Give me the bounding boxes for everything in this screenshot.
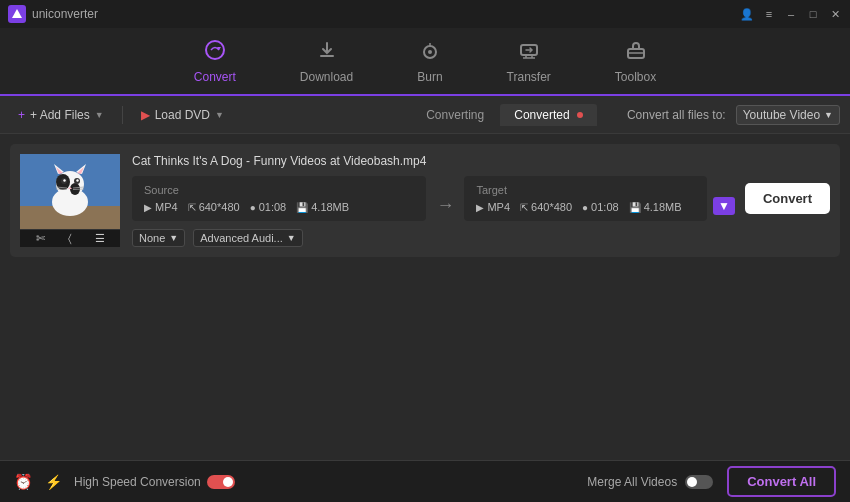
audio-select[interactable]: Advanced Audi... ▼: [193, 229, 302, 247]
app-title-label: uniconverter: [32, 7, 98, 21]
maximize-icon[interactable]: □: [806, 7, 820, 21]
sub-options-row: None ▼ Advanced Audi... ▼: [132, 229, 830, 247]
bottom-left-area: ⏰ ⚡ High Speed Conversion: [14, 473, 573, 491]
file-info: Cat Thinks It's A Dog - Funny Videos at …: [132, 154, 830, 247]
converted-dot: [577, 112, 583, 118]
toolbar-separator: [122, 106, 123, 124]
source-format-icon: ▶: [144, 202, 152, 213]
tab-converting[interactable]: Converting: [412, 104, 498, 126]
format-chevron-icon: ▼: [824, 110, 833, 120]
target-duration-icon: ●: [582, 202, 588, 213]
source-format: ▶ MP4: [144, 201, 178, 213]
bottom-bar: ⏰ ⚡ High Speed Conversion Merge All Vide…: [0, 460, 850, 502]
source-resolution: ⇱ 640*480: [188, 201, 240, 213]
svg-line-23: [56, 189, 67, 190]
target-duration: ● 01:08: [582, 201, 619, 213]
size-icon: 💾: [296, 202, 308, 213]
content-area: ✄ 〈 ☰ Cat Thinks It's A Dog - Funny Vide…: [0, 134, 850, 460]
merge-label: Merge All Videos: [587, 475, 677, 489]
converted-label: Converted: [514, 108, 569, 122]
target-size: 💾 4.18MB: [629, 201, 682, 213]
target-resolution: ⇱ 640*480: [520, 201, 572, 213]
add-files-chevron: ▼: [95, 110, 104, 120]
source-box: Source ▶ MP4 ⇱ 640*480 ● 01:08: [132, 176, 426, 221]
source-meta: ▶ MP4 ⇱ 640*480 ● 01:08 💾: [144, 201, 414, 213]
tab-converted[interactable]: Converted: [500, 104, 597, 126]
source-duration: ● 01:08: [250, 201, 287, 213]
load-dvd-label: Load DVD: [155, 108, 210, 122]
app-logo: [8, 5, 26, 23]
target-resolution-icon: ⇱: [520, 202, 528, 213]
target-label: Target: [476, 184, 695, 196]
nav-item-convert[interactable]: Convert: [186, 39, 244, 84]
audio-chevron-icon: ▼: [287, 233, 296, 243]
nav-label-toolbox: Toolbox: [615, 70, 656, 84]
thumbnail-tools: ✄ 〈 ☰: [20, 230, 120, 247]
tabs-area: Converting Converted: [412, 104, 597, 126]
file-name: Cat Thinks It's A Dog - Funny Videos at …: [132, 154, 830, 168]
user-icon[interactable]: 👤: [740, 7, 754, 21]
nav-label-convert: Convert: [194, 70, 236, 84]
nav-label-download: Download: [300, 70, 353, 84]
thumbnail-container: ✄ 〈 ☰: [20, 154, 120, 247]
target-format-icon: ▶: [476, 202, 484, 213]
nav-item-transfer[interactable]: Transfer: [499, 39, 559, 84]
nav-label-burn: Burn: [417, 70, 442, 84]
target-wrapper: Target ▶ MP4 ⇱ 640*480 ●: [464, 176, 734, 221]
target-size-icon: 💾: [629, 202, 641, 213]
title-bar: uniconverter 👤 ≡ – □ ✕: [0, 0, 850, 28]
source-to-target-arrow: →: [436, 195, 454, 216]
adjust-icon[interactable]: ☰: [95, 232, 105, 245]
subtitle-chevron-icon: ▼: [169, 233, 178, 243]
convert-all-button[interactable]: Convert All: [727, 466, 836, 497]
source-target-row: Source ▶ MP4 ⇱ 640*480 ● 01:08: [132, 176, 830, 221]
clock-icon: ⏰: [14, 473, 33, 491]
source-size: 💾 4.18MB: [296, 201, 349, 213]
load-dvd-button[interactable]: ▶ Load DVD ▼: [133, 105, 232, 125]
title-bar-controls: 👤 ≡ – □ ✕: [740, 7, 842, 21]
add-files-button[interactable]: + + Add Files ▼: [10, 105, 112, 125]
convert-all-files-label: Convert all files to:: [627, 108, 726, 122]
nav-active-underline: [185, 94, 245, 96]
merge-toggle[interactable]: [685, 475, 713, 489]
nav-item-download[interactable]: Download: [292, 39, 361, 84]
audio-value: Advanced Audi...: [200, 232, 283, 244]
convert-icon: [204, 39, 226, 66]
target-format: ▶ MP4: [476, 201, 510, 213]
nav-label-transfer: Transfer: [507, 70, 551, 84]
add-files-label: + Add Files: [30, 108, 90, 122]
high-speed-label: High Speed Conversion: [74, 475, 201, 489]
format-value: Youtube Video: [743, 108, 820, 122]
converting-label: Converting: [426, 108, 484, 122]
toolbar: + + Add Files ▼ ▶ Load DVD ▼ Converting …: [0, 96, 850, 134]
load-dvd-chevron: ▼: [215, 110, 224, 120]
high-speed-toggle[interactable]: [207, 475, 235, 489]
transfer-icon: [518, 39, 540, 66]
lightning-icon: ⚡: [45, 474, 62, 490]
svg-point-19: [63, 179, 65, 181]
high-speed-toggle-row: High Speed Conversion: [74, 475, 235, 489]
trim-icon[interactable]: 〈: [68, 232, 72, 245]
close-icon[interactable]: ✕: [828, 7, 842, 21]
convert-button[interactable]: Convert: [745, 183, 830, 214]
format-select-dropdown[interactable]: Youtube Video ▼: [736, 105, 840, 125]
minimize-icon[interactable]: –: [784, 7, 798, 21]
subtitle-value: None: [139, 232, 165, 244]
file-item: ✄ 〈 ☰ Cat Thinks It's A Dog - Funny Vide…: [10, 144, 840, 257]
download-icon: [316, 39, 338, 66]
menu-icon[interactable]: ≡: [762, 7, 776, 21]
nav-item-toolbox[interactable]: Toolbox: [607, 39, 664, 84]
target-meta: ▶ MP4 ⇱ 640*480 ● 01:08: [476, 201, 695, 213]
target-format-dropdown[interactable]: ▼: [713, 197, 735, 215]
dvd-icon: ▶: [141, 108, 150, 122]
nav-bar: Convert Download Burn: [0, 28, 850, 96]
svg-point-4: [428, 50, 432, 54]
crop-icon[interactable]: ✄: [36, 232, 45, 245]
thumbnail: [20, 154, 120, 229]
nav-item-burn[interactable]: Burn: [409, 39, 450, 84]
subtitle-select[interactable]: None ▼: [132, 229, 185, 247]
burn-icon: [419, 39, 441, 66]
svg-line-25: [73, 189, 84, 190]
title-bar-left: uniconverter: [8, 5, 98, 23]
svg-point-1: [206, 41, 224, 59]
